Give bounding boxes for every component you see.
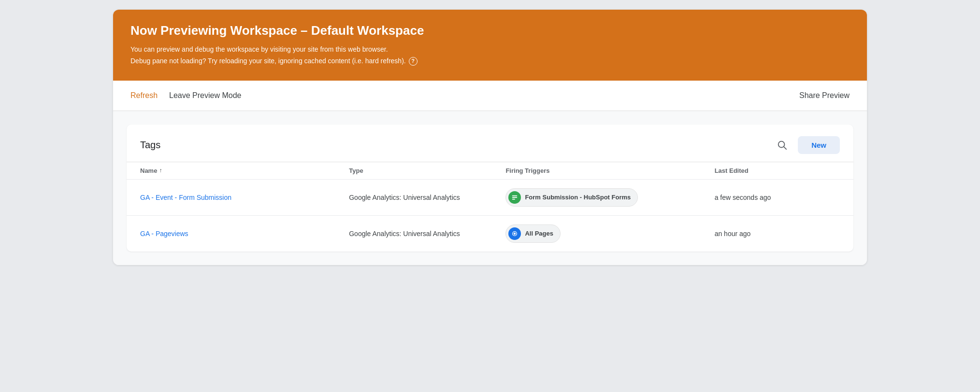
search-button[interactable] bbox=[774, 137, 790, 153]
banner-line1: You can preview and debug the workspace … bbox=[130, 44, 850, 56]
trigger-cell-1: Form Submission - HubSpot Forms bbox=[505, 188, 714, 207]
all-pages-icon bbox=[511, 230, 518, 237]
svg-rect-3 bbox=[512, 197, 518, 198]
svg-rect-4 bbox=[512, 198, 515, 199]
toolbar-left: Refresh Leave Preview Mode bbox=[130, 89, 799, 102]
trigger-cell-2: All Pages bbox=[505, 224, 714, 243]
form-submit-icon bbox=[511, 194, 518, 201]
new-button[interactable]: New bbox=[798, 136, 840, 154]
refresh-button[interactable]: Refresh bbox=[130, 89, 158, 102]
tag-name-cell-2: GA - Pageviews bbox=[140, 230, 349, 238]
table-row: GA - Pageviews Google Analytics: Univers… bbox=[127, 215, 853, 252]
help-icon[interactable]: ? bbox=[409, 57, 418, 66]
svg-line-1 bbox=[784, 147, 786, 149]
table-header-row: Name ↑ Type Firing Triggers Last Edited bbox=[127, 162, 853, 179]
tags-header: Tags New bbox=[127, 125, 853, 162]
tags-title: Tags bbox=[140, 140, 160, 151]
tag-link-ga-pageviews[interactable]: GA - Pageviews bbox=[140, 230, 188, 238]
svg-point-6 bbox=[514, 232, 516, 234]
col-header-edited: Last Edited bbox=[715, 167, 840, 174]
tags-table: Name ↑ Type Firing Triggers Last Edited … bbox=[127, 162, 853, 252]
banner-line2-container: Debug pane not loading? Try reloading yo… bbox=[130, 56, 418, 67]
preview-banner: Now Previewing Workspace – Default Works… bbox=[113, 10, 867, 81]
trigger-badge-1[interactable]: Form Submission - HubSpot Forms bbox=[505, 188, 638, 207]
tag-name-cell: GA - Event - Form Submission bbox=[140, 194, 349, 201]
main-card: Now Previewing Workspace – Default Works… bbox=[113, 10, 867, 265]
banner-line2: Debug pane not loading? Try reloading yo… bbox=[130, 56, 406, 67]
last-edited-1: a few seconds ago bbox=[715, 194, 840, 201]
trigger-icon-green bbox=[508, 191, 521, 204]
leave-preview-button[interactable]: Leave Preview Mode bbox=[169, 89, 241, 102]
col-header-triggers: Firing Triggers bbox=[505, 167, 714, 174]
table-row: GA - Event - Form Submission Google Anal… bbox=[127, 179, 853, 215]
tags-actions: New bbox=[774, 136, 840, 154]
banner-text: You can preview and debug the workspace … bbox=[130, 44, 850, 67]
trigger-label-2: All Pages bbox=[525, 230, 553, 237]
tag-type-cell-2: Google Analytics: Universal Analytics bbox=[349, 230, 505, 238]
trigger-label-1: Form Submission - HubSpot Forms bbox=[525, 194, 631, 201]
col-header-name: Name ↑ bbox=[140, 167, 349, 174]
last-edited-2: an hour ago bbox=[715, 230, 840, 238]
share-preview-button[interactable]: Share Preview bbox=[799, 89, 850, 102]
trigger-icon-blue bbox=[508, 227, 521, 240]
svg-rect-2 bbox=[512, 195, 518, 196]
tag-type-cell-1: Google Analytics: Universal Analytics bbox=[349, 194, 505, 201]
trigger-badge-2[interactable]: All Pages bbox=[505, 224, 561, 243]
tags-card: Tags New Name ↑ bbox=[127, 125, 853, 252]
search-icon bbox=[777, 140, 787, 150]
tag-link-ga-event[interactable]: GA - Event - Form Submission bbox=[140, 194, 231, 201]
toolbar: Refresh Leave Preview Mode Share Preview bbox=[113, 81, 867, 111]
sort-arrow-icon: ↑ bbox=[159, 167, 162, 174]
col-header-type: Type bbox=[349, 167, 505, 174]
main-section: Tags New Name ↑ bbox=[113, 111, 867, 265]
banner-title: Now Previewing Workspace – Default Works… bbox=[130, 23, 850, 38]
